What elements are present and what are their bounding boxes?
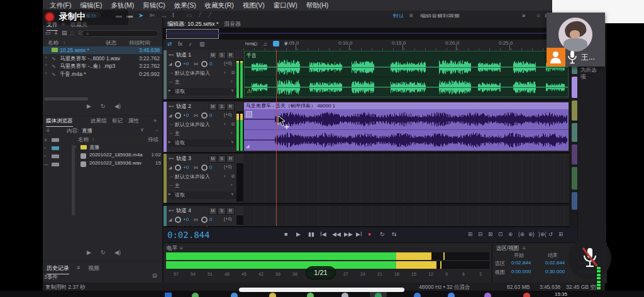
gesture-bar[interactable]: [239, 288, 404, 292]
pan-knob[interactable]: [201, 61, 208, 67]
loop-button[interactable]: ↻: [101, 103, 106, 109]
taskbar-app-icon[interactable]: [375, 293, 382, 297]
effects-rack-icon[interactable]: fx: [178, 41, 182, 47]
menu-item-6[interactable]: 视图(V): [238, 1, 269, 10]
record-arm-button[interactable]: R: [226, 155, 235, 163]
track-name[interactable]: 轨道 4: [176, 207, 191, 215]
pan-value[interactable]: 0: [209, 61, 212, 67]
value-start[interactable]: 0:02.844: [511, 260, 531, 266]
zoom-out-right-icon[interactable]: ⊡: [498, 231, 502, 237]
pan-knob[interactable]: [201, 112, 208, 119]
file-row[interactable]: 10.25.sesx *3:45.638: [43, 46, 162, 54]
media-header[interactable]: 名称↑ 持续: [73, 136, 162, 143]
timeline-ruler[interactable]: 0:05.00:10.00:15.00:20.00:25.0: [243, 40, 569, 50]
rewind-button[interactable]: ◀◀: [332, 231, 341, 237]
mic-muted-button[interactable]: [569, 237, 611, 279]
track-output-row[interactable]: ←主›: [169, 78, 236, 86]
tab-history[interactable]: 历史记录: [47, 264, 69, 274]
speaker-icon[interactable]: ◀): [114, 103, 121, 109]
record-arm-button[interactable]: R: [226, 207, 235, 215]
track-output-row[interactable]: ←主›: [169, 130, 236, 138]
new-item-icon[interactable]: ▤: [62, 30, 67, 36]
file-row[interactable]: ›∿马里奥赛车 -..8000 1.wav3:22.762: [43, 55, 162, 62]
value-start[interactable]: 0:00.000: [511, 269, 531, 274]
tab-video[interactable]: 视频: [88, 264, 99, 273]
playhead-handle[interactable]: [273, 41, 279, 46]
taskbar-app-icon[interactable]: [448, 293, 455, 297]
taskbar-app-icon[interactable]: [165, 293, 172, 297]
go-to-start-button[interactable]: Ⅰ◀: [320, 231, 326, 237]
menu-item-2[interactable]: 多轨(M): [106, 1, 138, 10]
menu-item-8[interactable]: 帮助(H): [302, 1, 333, 10]
menu-item-4[interactable]: 效果(S): [170, 1, 201, 10]
stop-button[interactable]: ■: [284, 231, 287, 237]
mic-icon[interactable]: [567, 50, 577, 64]
zoom-inout-icon[interactable]: )⊕(: [538, 231, 547, 237]
record-arm-button[interactable]: R: [226, 51, 235, 59]
chevron-down-icon[interactable]: ∨: [140, 127, 144, 132]
taskbar-app-icon[interactable]: [341, 293, 348, 297]
zoom-in-right-icon[interactable]: ⊠: [488, 231, 492, 237]
media-row[interactable]: 20201022_185936.m4a1:02: [73, 152, 162, 159]
file-row[interactable]: ›∿千音.m4a *0:26.992: [43, 70, 162, 78]
panel-menu-icon[interactable]: ≡: [208, 20, 211, 26]
track-lane[interactable]: [243, 206, 569, 227]
menu-item-3[interactable]: 剪辑(C): [138, 1, 170, 10]
volume-knob[interactable]: [175, 165, 181, 171]
go-to-end-button[interactable]: ▶Ⅰ: [356, 231, 362, 237]
zoom-selection-icon[interactable]: ⊕: [508, 231, 513, 237]
playhead-line[interactable]: [276, 50, 277, 226]
forward-icon[interactable]: →: [153, 127, 158, 132]
tree-icon[interactable]: ⏚: [46, 127, 50, 134]
content-select[interactable]: 直播: [82, 127, 92, 135]
expand-icon[interactable]: ›: [44, 146, 45, 150]
track-header[interactable]: 轨道 2⊷MSR◢+0⋈0(+0)→默认立体声输入›⊘←主›▸读取∨: [166, 102, 243, 153]
move-tool-icon[interactable]: ⇄: [167, 41, 172, 47]
track-name[interactable]: 轨道 3: [176, 155, 191, 163]
tab-效果组[interactable]: 效果组: [91, 117, 107, 125]
zoom-navigator[interactable]: [164, 28, 606, 40]
files-header[interactable]: 名称↑ 状态 持续时间: [43, 39, 162, 46]
menu-item-1[interactable]: 编辑(E): [75, 1, 106, 10]
audio-clip-voice[interactable]: 千音⚠: [244, 51, 569, 97]
play-button[interactable]: ▶: [296, 231, 301, 237]
value-end[interactable]: 0:30.000: [545, 269, 565, 274]
record-arm-button[interactable]: R: [226, 103, 235, 111]
play-button[interactable]: ▶: [87, 103, 91, 109]
taskbar-app-icon[interactable]: [192, 293, 199, 297]
zoom-in-point-icon[interactable]: (⊕: [518, 231, 525, 237]
track-input-row[interactable]: →默认立体声输入›⊘: [169, 70, 236, 77]
menu-item-7[interactable]: 窗口(W): [269, 1, 302, 10]
mute-button[interactable]: M: [209, 207, 217, 215]
metering-icon[interactable]: ▥: [199, 41, 205, 47]
volume-knob[interactable]: [175, 61, 181, 67]
skip-selection-button[interactable]: ⇆: [392, 231, 397, 237]
zoom-out-left-icon[interactable]: ⊟: [478, 231, 482, 237]
pan-knob[interactable]: [201, 165, 208, 171]
value-end[interactable]: 0:02.844: [545, 260, 565, 266]
taskbar-app-icon[interactable]: [523, 293, 530, 297]
clip-gain-icon[interactable]: ◢: [246, 144, 249, 149]
volume-value[interactable]: +0: [183, 165, 189, 170]
track-input-row[interactable]: →默认立体声输入›⊘: [169, 173, 236, 181]
track-input-row[interactable]: →默认立体声输入›⊘: [169, 121, 236, 129]
expand-icon[interactable]: —: [44, 162, 48, 166]
volume-value[interactable]: +0: [183, 217, 189, 222]
solo-button[interactable]: S: [218, 51, 226, 59]
vertical-scrollbar[interactable]: [72, 145, 75, 215]
solo-button[interactable]: S: [218, 207, 226, 215]
track-lane[interactable]: 千音⚠: [243, 50, 569, 100]
tabs-overflow[interactable]: »: [153, 117, 157, 124]
taskbar-app-icon[interactable]: [307, 293, 314, 297]
zoom-out-point-icon[interactable]: ⊕): [528, 231, 535, 237]
track-automation-row[interactable]: ▸读取∨: [169, 139, 236, 147]
expand-icon[interactable]: ›: [45, 71, 47, 75]
track-lane[interactable]: 马里奥赛车 - 选关（钢琴伴奏） 48000 1◢: [243, 102, 569, 153]
tab-标记[interactable]: 标记: [112, 117, 123, 125]
taskbar-app-icon[interactable]: [269, 293, 276, 297]
horizontal-scrollbar[interactable]: [44, 97, 88, 100]
move-up-icon[interactable]: △: [70, 30, 74, 36]
expand-icon[interactable]: ›: [45, 63, 47, 67]
fast-forward-button[interactable]: ▶▶: [344, 231, 353, 237]
file-row[interactable]: ›∿马里奥赛车 -..奏）.mp33:22.762: [43, 62, 162, 70]
